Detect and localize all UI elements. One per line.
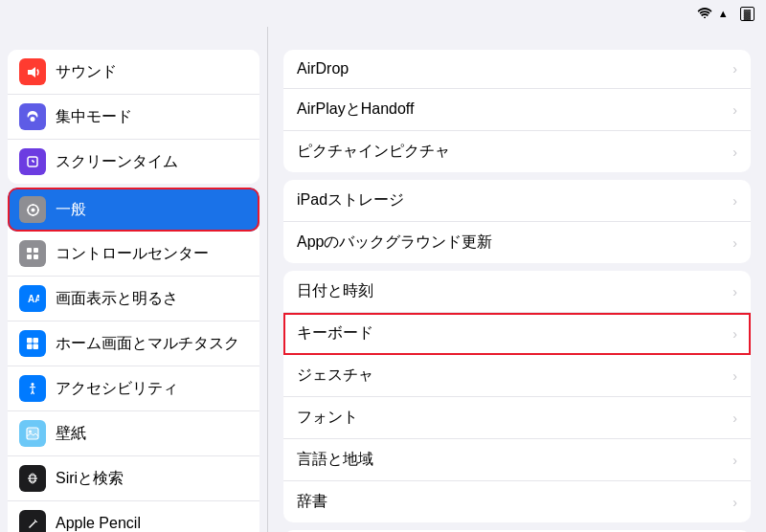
svg-point-0 (704, 16, 706, 18)
sidebar-item-focus[interactable]: 集中モード (8, 95, 259, 140)
sound-icon (19, 58, 46, 85)
chevron-icon-storage: › (732, 193, 737, 209)
content-group-2: 日付と時刻›キーボード›ジェスチャ›フォント›言語と地域›辞書› (283, 271, 751, 522)
svg-rect-13 (34, 248, 38, 253)
sidebar-item-control[interactable]: コントロールセンター (8, 232, 259, 277)
content-item-storage[interactable]: iPadストレージ› (283, 180, 751, 222)
svg-rect-14 (27, 255, 32, 259)
accessibility-icon (19, 375, 46, 402)
siri-icon (19, 465, 46, 492)
sidebar-group-1: サウンド集中モードスクリーンタイム (8, 50, 259, 184)
sidebar-item-home[interactable]: ホーム画面とマルチタスク (8, 321, 259, 366)
svg-rect-15 (34, 255, 38, 259)
chevron-icon-datetime: › (732, 284, 737, 299)
svg-point-6 (31, 208, 34, 211)
chevron-icon-fonts: › (732, 410, 737, 426)
sidebar-group-2: 一般コントロールセンターAA画面表示と明るさホーム画面とマルチタスクアクセシビリ… (8, 188, 259, 532)
chevron-icon-dictionary: › (732, 495, 737, 510)
sidebar-item-sound[interactable]: サウンド (8, 50, 259, 95)
chevron-icon-airdrop: › (732, 61, 737, 77)
status-bar: ▲ ▓ (0, 0, 766, 27)
sidebar: サウンド集中モードスクリーンタイム 一般コントロールセンターAA画面表示と明るさ… (0, 27, 268, 532)
content-item-airdrop[interactable]: AirDrop› (283, 50, 751, 89)
svg-rect-12 (27, 248, 32, 253)
content-groups: AirDrop›AirPlayとHandoff›ピクチャインピクチャ›iPadス… (268, 50, 766, 532)
content-label-gesture: ジェスチャ (297, 366, 373, 386)
sidebar-item-wallpaper[interactable]: 壁紙 (8, 411, 259, 456)
svg-point-24 (29, 431, 32, 433)
sidebar-item-label-general: 一般 (56, 200, 86, 220)
sidebar-item-label-siri: Siriと検索 (56, 469, 124, 489)
content-label-pip: ピクチャインピクチャ (297, 142, 450, 162)
content-item-fonts[interactable]: フォント› (283, 397, 751, 439)
chevron-icon-gesture: › (732, 368, 737, 384)
content-item-pip[interactable]: ピクチャインピクチャ› (283, 131, 751, 172)
svg-marker-1 (28, 67, 35, 78)
content-label-storage: iPadストレージ (297, 190, 404, 211)
sidebar-item-label-screentime: スクリーンタイム (56, 152, 178, 172)
content-label-fonts: フォント (297, 408, 358, 428)
content-item-bgrefresh[interactable]: Appのバックグラウンド更新› (283, 222, 751, 263)
sidebar-item-label-display: 画面表示と明るさ (56, 289, 178, 309)
content-label-airdrop: AirDrop (297, 60, 349, 78)
sidebar-item-label-accessibility: アクセシビリティ (56, 379, 178, 399)
chevron-icon-bgrefresh: › (732, 235, 737, 251)
status-right: ▲ ▓ (697, 7, 755, 21)
home-icon (19, 330, 46, 357)
content-group-1: iPadストレージ›Appのバックグラウンド更新› (283, 180, 751, 263)
sidebar-list: サウンド集中モードスクリーンタイム 一般コントロールセンターAA画面表示と明るさ… (0, 46, 267, 532)
content-panel: AirDrop›AirPlayとHandoff›ピクチャインピクチャ›iPadス… (268, 27, 766, 532)
sidebar-item-label-pencil: Apple Pencil (56, 515, 141, 532)
content-label-bgrefresh: Appのバックグラウンド更新 (297, 233, 492, 253)
svg-rect-19 (27, 344, 33, 350)
content-label-keyboard: キーボード (297, 323, 373, 344)
sidebar-item-siri[interactable]: Siriと検索 (8, 456, 259, 501)
screentime-icon (19, 148, 46, 175)
sidebar-item-pencil[interactable]: Apple Pencil (8, 501, 259, 532)
chevron-icon-language: › (732, 453, 737, 468)
pencil-icon (19, 510, 46, 532)
sidebar-item-screentime[interactable]: スクリーンタイム (8, 140, 259, 184)
signal-icon: ▲ (718, 8, 729, 19)
svg-rect-20 (34, 344, 39, 350)
content-title (268, 27, 766, 46)
content-label-datetime: 日付と時刻 (297, 281, 373, 301)
svg-rect-22 (27, 428, 38, 439)
sidebar-item-label-home: ホーム画面とマルチタスク (56, 334, 239, 354)
content-label-dictionary: 辞書 (297, 492, 327, 512)
chevron-icon-keyboard: › (732, 326, 737, 342)
svg-rect-18 (34, 338, 39, 344)
focus-icon (19, 103, 46, 130)
chevron-icon-airplay: › (732, 102, 737, 118)
svg-point-2 (31, 117, 35, 122)
content-item-airplay[interactable]: AirPlayとHandoff› (283, 89, 751, 131)
chevron-icon-pip: › (732, 144, 737, 160)
content-item-keyboard[interactable]: キーボード› (283, 313, 751, 355)
sidebar-item-label-sound: サウンド (56, 62, 117, 82)
svg-text:AA: AA (28, 294, 39, 304)
control-icon (19, 240, 46, 267)
content-item-language[interactable]: 言語と地域› (283, 439, 751, 481)
sidebar-item-label-wallpaper: 壁紙 (56, 424, 86, 444)
sidebar-title (0, 27, 267, 46)
battery-icon: ▓ (740, 7, 755, 21)
main-container: サウンド集中モードスクリーンタイム 一般コントロールセンターAA画面表示と明るさ… (0, 27, 766, 532)
sidebar-item-label-focus: 集中モード (56, 107, 132, 127)
general-icon (19, 196, 46, 223)
svg-rect-17 (27, 338, 33, 344)
sidebar-item-display[interactable]: AA画面表示と明るさ (8, 277, 259, 321)
svg-point-21 (32, 383, 34, 386)
content-group-0: AirDrop›AirPlayとHandoff›ピクチャインピクチャ› (283, 50, 751, 172)
wifi-icon (697, 7, 712, 21)
content-item-datetime[interactable]: 日付と時刻› (283, 271, 751, 313)
sidebar-item-general[interactable]: 一般 (8, 188, 259, 232)
content-item-gesture[interactable]: ジェスチャ› (283, 355, 751, 397)
wallpaper-icon (19, 420, 46, 447)
content-item-dictionary[interactable]: 辞書› (283, 481, 751, 522)
content-label-language: 言語と地域 (297, 450, 373, 470)
content-label-airplay: AirPlayとHandoff (297, 100, 414, 120)
display-icon: AA (19, 285, 46, 312)
sidebar-item-accessibility[interactable]: アクセシビリティ (8, 366, 259, 411)
sidebar-item-label-control: コントロールセンター (56, 244, 209, 264)
